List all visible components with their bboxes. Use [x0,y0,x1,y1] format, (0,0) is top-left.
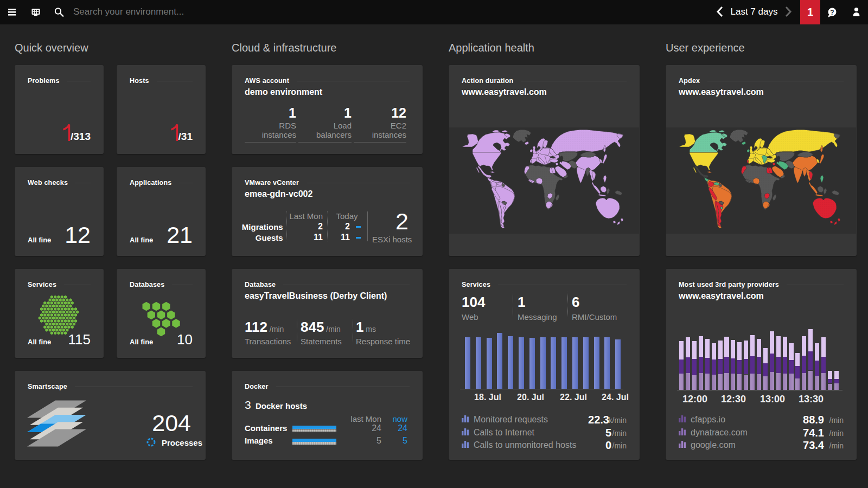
svg-text:Last 7 days: Last 7 days [731,7,778,17]
svg-text:1: 1 [807,6,813,18]
svg-text:?: ? [830,9,834,16]
svg-text:Search your environment...: Search your environment... [73,7,184,17]
